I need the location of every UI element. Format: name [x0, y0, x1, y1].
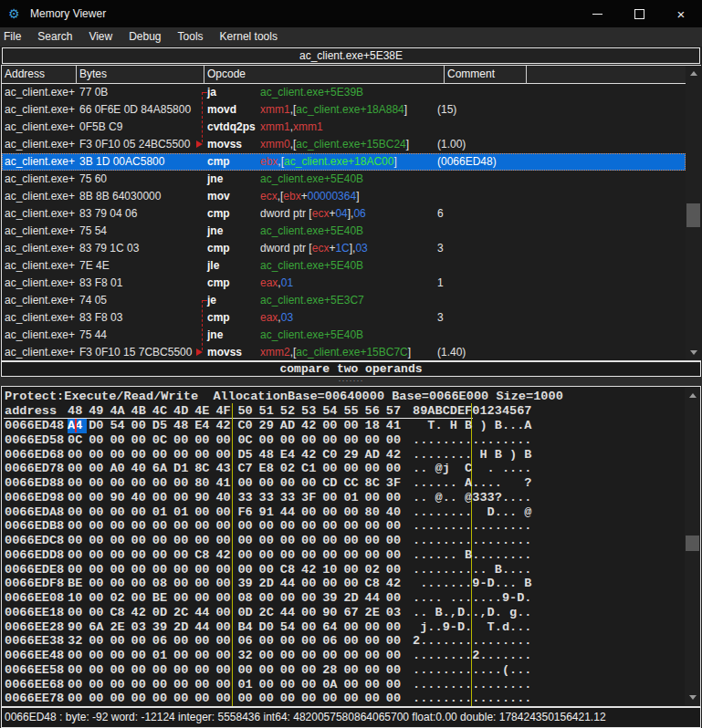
hex-byte[interactable]: 42 [215, 548, 235, 563]
hex-byte[interactable]: 00 [237, 563, 257, 577]
hex-byte[interactable]: 2D [173, 620, 193, 635]
hex-byte[interactable]: B4 [237, 620, 257, 635]
hex-byte[interactable]: 00 [131, 519, 151, 534]
hex-byte[interactable]: 00 [215, 448, 235, 463]
hex-byte[interactable]: 00 [173, 491, 193, 505]
hex-byte[interactable]: 00 [194, 663, 214, 678]
hex-byte[interactable]: 00 [365, 548, 384, 563]
hex-byte[interactable]: 00 [386, 678, 405, 692]
hex-byte[interactable]: 00 [301, 663, 320, 678]
column-header-bytes[interactable]: Bytes [77, 66, 204, 84]
hex-byte[interactable]: E8 [259, 462, 278, 476]
hex-byte[interactable]: 0C [152, 433, 172, 448]
hex-byte[interactable]: 00 [386, 491, 405, 505]
memory-scrollbar[interactable] [685, 388, 700, 705]
hex-byte[interactable]: 28 [322, 663, 341, 678]
hex-byte[interactable]: 00 [259, 563, 278, 577]
hex-byte[interactable]: 00 [215, 563, 235, 577]
hex-byte[interactable]: 40 [215, 491, 235, 505]
hex-byte[interactable]: 00 [259, 692, 278, 706]
ascii-text[interactable]: ........ D... @ [413, 505, 532, 520]
hex-row[interactable]: 0066ED780000A0406AD18C43C7E802C100000000… [2, 462, 686, 476]
hex-byte[interactable]: F6 [237, 505, 257, 520]
hex-byte[interactable]: 00 [173, 577, 193, 591]
menu-view[interactable]: View [80, 27, 120, 47]
hex-byte[interactable]: 32 [237, 649, 257, 663]
hex-byte[interactable]: 64 [322, 620, 341, 635]
hex-byte[interactable]: 00 [215, 519, 235, 534]
hex-byte[interactable]: 2C [173, 606, 193, 620]
hex-byte[interactable]: 00 [194, 534, 214, 548]
hex-byte[interactable]: 00 [173, 448, 193, 463]
hex-byte[interactable]: 90 [110, 491, 129, 505]
hex-byte[interactable]: 00 [68, 462, 87, 476]
hex-byte[interactable]: 00 [110, 577, 129, 591]
column-header-extra[interactable] [527, 66, 686, 84]
hex-byte[interactable]: 10 [68, 591, 87, 606]
hex-byte[interactable]: 00 [89, 548, 108, 563]
hex-byte[interactable]: 00 [386, 433, 405, 448]
hex-row[interactable]: 0066EE680000000000000000010000000A000000… [2, 678, 686, 692]
menu-tools[interactable]: Tools [170, 27, 212, 47]
hex-byte[interactable]: 00 [322, 491, 341, 505]
disasm-row[interactable]: ac_client.exe+83 F8 01cmpeax,011 [2, 275, 686, 292]
hex-byte[interactable]: 00 [131, 591, 151, 606]
hex-byte[interactable]: 33 [280, 491, 299, 505]
hex-byte[interactable]: 06 [237, 634, 257, 649]
hex-byte[interactable]: 00 [237, 548, 257, 563]
hex-byte[interactable]: 00 [343, 433, 362, 448]
hex-row[interactable]: 0066EE7800000000000000000000000000000000… [2, 692, 686, 706]
hex-byte[interactable]: 00 [365, 534, 384, 548]
hex-byte[interactable]: 00 [68, 606, 87, 620]
hex-byte[interactable]: 41 [215, 476, 235, 491]
hex-byte[interactable]: 00 [110, 692, 129, 706]
hex-byte[interactable]: 00 [194, 519, 214, 534]
hex-byte[interactable]: 00 [365, 678, 384, 692]
hex-byte[interactable]: 00 [215, 663, 235, 678]
hex-byte[interactable]: 00 [89, 563, 108, 577]
hex-byte[interactable]: 00 [173, 634, 193, 649]
hex-byte[interactable]: 33 [237, 491, 257, 505]
hex-byte[interactable]: 03 [386, 606, 405, 620]
hex-byte[interactable]: 00 [322, 692, 341, 706]
hex-byte[interactable]: 00 [110, 505, 129, 520]
disasm-row[interactable]: ac_client.exe+F3 0F10 05 24BC5500movssxm… [2, 136, 686, 153]
hex-byte[interactable]: 67 [343, 606, 362, 620]
hex-byte[interactable]: 00 [343, 620, 362, 635]
hex-byte[interactable]: 00 [131, 577, 151, 591]
hex-byte[interactable]: CD [322, 476, 341, 491]
hex-byte[interactable]: 00 [152, 548, 172, 563]
hex-byte[interactable]: 00 [280, 634, 299, 649]
hex-byte[interactable]: 0A [322, 678, 341, 692]
hex-byte[interactable]: 00 [110, 649, 129, 663]
hex-byte[interactable]: 00 [386, 663, 405, 678]
hex-byte[interactable]: 33 [259, 491, 278, 505]
hex-byte[interactable]: 00 [89, 505, 108, 520]
hex-byte[interactable]: 01 [173, 505, 193, 520]
hex-byte[interactable]: 00 [301, 577, 320, 591]
ascii-text[interactable]: .......... B.... [413, 563, 532, 577]
scroll-up-icon[interactable] [686, 66, 701, 81]
hex-byte[interactable]: 00 [343, 577, 362, 591]
hex-byte[interactable]: 00 [259, 476, 278, 491]
hex-row[interactable]: 0066EDA80000000001010000F691440000008040… [2, 505, 686, 520]
hex-byte[interactable]: 00 [89, 462, 108, 476]
hex-byte[interactable]: 00 [173, 663, 193, 678]
hex-row[interactable]: 0066EE4800000000010000003200000000000000… [2, 649, 686, 663]
ascii-text[interactable]: ........2....... [413, 649, 532, 663]
hex-byte[interactable]: 00 [68, 505, 87, 520]
hex-byte[interactable]: 00 [301, 548, 320, 563]
hex-byte[interactable]: 44 [194, 606, 214, 620]
hex-byte[interactable]: 00 [89, 591, 108, 606]
hex-row[interactable]: 0066EE28906A2E03392D4400B4D0540064000000… [2, 620, 686, 635]
hex-byte[interactable]: 00 [152, 448, 172, 463]
hex-byte[interactable]: 00 [131, 563, 151, 577]
hex-byte[interactable]: 00 [215, 577, 235, 591]
column-header-address[interactable]: Address [2, 66, 77, 84]
hex-byte[interactable]: 00 [173, 692, 193, 706]
column-header-comment[interactable]: Comment [445, 66, 527, 84]
hex-byte[interactable]: 40 [131, 462, 151, 476]
hex-byte[interactable]: 42 [215, 419, 235, 433]
disasm-row[interactable]: ac_client.exe+75 60jneac_client.exe+5E40… [2, 171, 686, 188]
ascii-text[interactable]: T. H B ) B...A [413, 419, 532, 433]
